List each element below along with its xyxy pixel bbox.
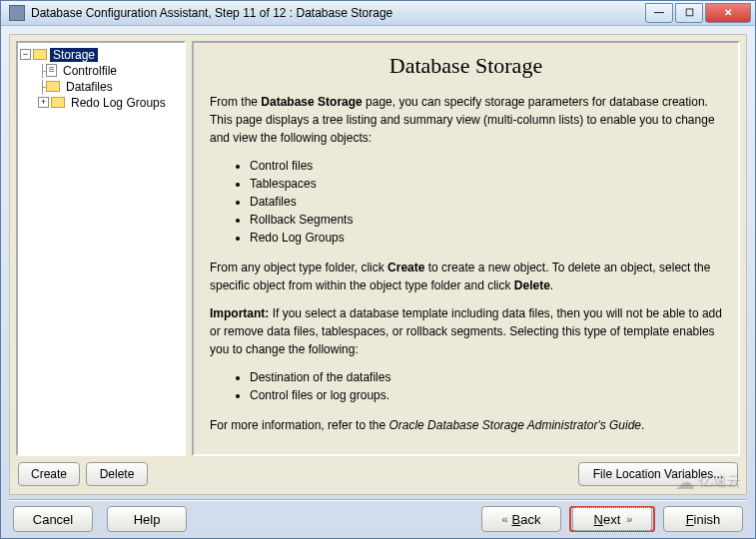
list-item: Redo Log Groups <box>250 229 722 247</box>
intro-paragraph: From the Database Storage page, you can … <box>210 93 722 147</box>
window-title: Database Configuration Assistant, Step 1… <box>31 6 645 20</box>
file-location-button[interactable]: File Location Variables... <box>578 462 738 486</box>
list-item: Control files or log groups. <box>250 386 722 404</box>
next-button[interactable]: Next » <box>569 506 655 532</box>
delete-button[interactable]: Delete <box>86 462 148 486</box>
guide-reference: Oracle Database Storage Administrator's … <box>388 418 641 432</box>
create-button[interactable]: Create <box>18 462 80 486</box>
storage-tree[interactable]: − Storage ├ Controlfile ├ Datafiles + <box>16 41 186 456</box>
reference-paragraph: For more information, refer to the Oracl… <box>210 416 722 434</box>
tree-label-controlfile: Controlfile <box>60 64 120 78</box>
list-item: Tablespaces <box>250 175 722 193</box>
maximize-button[interactable]: ☐ <box>675 3 703 23</box>
page-heading: Database Storage <box>210 53 722 79</box>
tree-label-redolog: Redo Log Groups <box>68 96 169 110</box>
finish-button[interactable]: Finish <box>663 506 743 532</box>
file-icon <box>46 64 57 77</box>
minimize-button[interactable]: — <box>645 3 673 23</box>
folder-icon <box>51 97 65 108</box>
template-list: Destination of the datafiles Control fil… <box>250 368 722 404</box>
folder-icon <box>33 49 47 60</box>
tree-label-datafiles: Datafiles <box>63 80 116 94</box>
tree-label-storage: Storage <box>50 48 98 62</box>
detail-panel: Database Storage From the Database Stora… <box>192 41 740 456</box>
folder-icon <box>46 81 60 92</box>
list-item: Control files <box>250 157 722 175</box>
window-controls: — ☐ ✕ <box>645 3 751 23</box>
collapse-icon[interactable]: − <box>20 49 31 60</box>
content-area: − Storage ├ Controlfile ├ Datafiles + <box>9 34 747 495</box>
tree-line-icon: ├ <box>38 64 46 78</box>
tree-node-datafiles[interactable]: ├ Datafiles <box>20 79 182 95</box>
tree-node-controlfile[interactable]: ├ Controlfile <box>20 63 182 79</box>
back-button[interactable]: « Back <box>481 506 561 532</box>
tree-line-icon: ├ <box>38 80 46 94</box>
create-delete-paragraph: From any object type folder, click Creat… <box>210 259 722 294</box>
important-paragraph: Important: If you select a database temp… <box>210 304 722 358</box>
tree-node-redolog[interactable]: + Redo Log Groups <box>20 95 182 111</box>
help-button[interactable]: Help <box>107 506 187 532</box>
footer: Cancel Help « Back Next » Finish <box>1 501 755 538</box>
close-button[interactable]: ✕ <box>705 3 751 23</box>
object-list: Control files Tablespaces Datafiles Roll… <box>250 157 722 247</box>
list-item: Datafiles <box>250 193 722 211</box>
cancel-button[interactable]: Cancel <box>13 506 93 532</box>
app-icon <box>9 5 25 21</box>
chevron-right-icon: » <box>626 513 630 525</box>
list-item: Destination of the datafiles <box>250 368 722 386</box>
main-split: − Storage ├ Controlfile ├ Datafiles + <box>16 41 740 456</box>
list-item: Rollback Segments <box>250 211 722 229</box>
dialog-window: Database Configuration Assistant, Step 1… <box>0 0 756 539</box>
mid-button-row: Create Delete File Location Variables... <box>16 456 740 488</box>
tree-node-storage[interactable]: − Storage <box>20 47 182 63</box>
chevron-left-icon: « <box>501 513 505 525</box>
titlebar: Database Configuration Assistant, Step 1… <box>1 1 755 26</box>
expand-icon[interactable]: + <box>38 97 49 108</box>
